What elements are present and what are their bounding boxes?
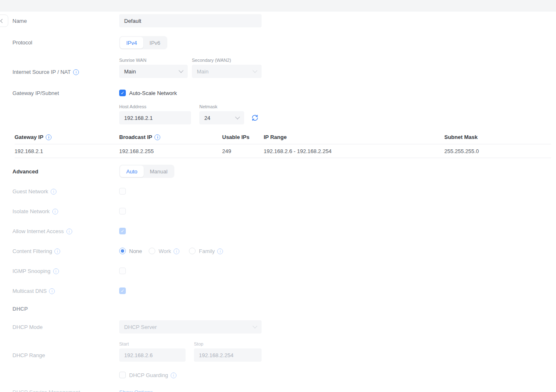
wan1-select[interactable]: Main [119, 65, 188, 78]
back-button[interactable] [0, 15, 8, 27]
multicast-dns-label: Multicast DNS [12, 288, 55, 294]
cell-subnet-mask: 255.255.255.0 [444, 148, 479, 154]
info-icon[interactable] [52, 209, 58, 214]
network-settings-page: Name Protocol IPv4 IPv6 Sunrise WAN Seco… [0, 0, 556, 392]
chevron-down-icon [179, 68, 183, 73]
chevron-down-icon [252, 324, 257, 328]
dhcp-guarding-label: DHCP Guarding [129, 372, 176, 378]
dhcp-stop-field-label: Stop [194, 341, 203, 346]
info-icon[interactable] [171, 373, 176, 378]
table-header-subnet-mask: Subnet Mask [444, 134, 478, 140]
dhcp-start-input [119, 348, 186, 362]
netmask-select[interactable]: 24 [199, 111, 244, 124]
dhcp-mode-label: DHCP Mode [12, 324, 43, 330]
wan2-select: Main [192, 65, 262, 78]
content-filtering-radio-work [149, 248, 155, 254]
wan2-field-label: Secondary (WAN2) [192, 58, 231, 63]
advanced-option-auto[interactable]: Auto [120, 166, 144, 177]
info-icon[interactable] [66, 229, 72, 234]
netmask-field-label: Netmask [199, 104, 217, 109]
host-address-field-label: Host Address [119, 104, 146, 109]
table-header-gateway-ip: Gateway IP [15, 134, 51, 140]
info-icon[interactable] [217, 248, 223, 254]
dhcp-guarding-checkbox [119, 372, 126, 378]
dhcp-mode-select: DHCP Server [119, 320, 262, 334]
info-icon[interactable] [51, 189, 56, 195]
table-header-broadcast-ip: Broadcast IP [119, 134, 160, 140]
cell-usable-ips: 249 [222, 148, 231, 154]
chevron-down-icon [252, 68, 257, 73]
igmp-snooping-checkbox [119, 268, 126, 274]
protocol-option-ipv6[interactable]: IPv6 [143, 37, 167, 49]
dhcp-start-field-label: Start [119, 341, 129, 346]
guest-network-checkbox [119, 188, 126, 195]
refresh-icon [251, 114, 259, 122]
content-filtering-none-label: None [129, 248, 142, 254]
table-header-usable-ips: Usable IPs [222, 134, 250, 140]
info-icon[interactable] [53, 268, 59, 274]
advanced-label: Advanced [12, 168, 38, 175]
info-icon[interactable] [174, 248, 179, 254]
dhcp-stop-input [194, 348, 262, 362]
table-header-ip-range: IP Range [264, 134, 287, 140]
multicast-dns-checkbox [119, 287, 126, 294]
cell-broadcast-ip: 192.168.2.255 [119, 148, 154, 154]
content-filtering-radio-family [189, 248, 196, 254]
info-icon[interactable] [49, 288, 55, 294]
info-icon[interactable] [54, 248, 60, 254]
dhcp-range-label: DHCP Range [12, 352, 45, 358]
info-icon[interactable] [154, 134, 160, 140]
name-label: Name [12, 18, 27, 24]
isolate-network-label: Isolate Network [12, 208, 58, 214]
chevron-left-icon [0, 19, 5, 23]
table-divider [15, 144, 551, 144]
table-divider [15, 158, 551, 158]
info-icon[interactable] [73, 69, 79, 75]
cell-ip-range: 192.168.2.6 - 192.168.2.254 [264, 148, 331, 154]
content-filtering-family-label: Family [199, 248, 223, 254]
content-filtering-work-label: Work [159, 248, 179, 254]
igmp-snooping-label: IGMP Snooping [12, 268, 59, 274]
host-address-input[interactable] [119, 111, 191, 124]
cell-gateway-ip: 192.168.2.1 [15, 148, 43, 154]
allow-internet-access-label: Allow Internet Access [12, 228, 72, 234]
wan1-field-label: Sunrise WAN [119, 58, 147, 63]
dhcp-section-label: DHCP [12, 306, 28, 312]
dhcp-service-management-label: DHCP Service Management [12, 389, 80, 392]
info-icon[interactable] [46, 134, 51, 140]
auto-scale-checkbox[interactable] [119, 90, 126, 96]
advanced-segmented-control: Auto Manual [119, 165, 174, 178]
content-filtering-radio-none [119, 248, 126, 254]
name-input[interactable] [119, 14, 262, 27]
gateway-subnet-label: Gateway IP/Subnet [12, 90, 59, 96]
top-bar [0, 0, 556, 12]
auto-scale-label: Auto-Scale Network [129, 90, 177, 96]
protocol-label: Protocol [12, 39, 32, 46]
content-filtering-label: Content Filtering [12, 248, 60, 254]
allow-internet-access-checkbox [119, 228, 126, 234]
refresh-button[interactable] [251, 114, 259, 122]
protocol-option-ipv4[interactable]: IPv4 [120, 37, 143, 49]
show-options-link[interactable]: Show Options [119, 389, 153, 392]
advanced-option-manual[interactable]: Manual [144, 166, 174, 177]
internet-source-label: Internet Source IP / NAT [12, 69, 79, 75]
chevron-down-icon [235, 114, 240, 119]
protocol-segmented-control: IPv4 IPv6 [119, 36, 167, 49]
isolate-network-checkbox [119, 208, 126, 214]
guest-network-label: Guest Network [12, 188, 56, 195]
